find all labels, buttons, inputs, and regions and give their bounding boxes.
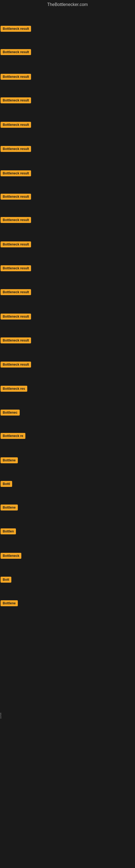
bottleneck-row-14: Bottleneck result: [1, 337, 31, 344]
bottleneck-row-10: Bottleneck result: [1, 241, 31, 248]
bottleneck-row-15: Bottleneck result: [1, 362, 31, 369]
bottleneck-badge-14: Bottleneck result: [1, 337, 31, 343]
bottleneck-row-23: Bottleneck: [1, 553, 21, 560]
bottleneck-badge-8: Bottleneck result: [1, 194, 31, 199]
bottleneck-row-22: Bottlen: [1, 528, 16, 535]
bottleneck-row-19: Bottlene: [1, 457, 18, 464]
bottleneck-row-21: Bottlene: [1, 504, 18, 512]
bottleneck-badge-2: Bottleneck result: [1, 49, 31, 55]
bottleneck-row-7: Bottleneck result: [1, 170, 31, 177]
bottleneck-row-12: Bottleneck result: [1, 289, 31, 296]
bottleneck-row-13: Bottleneck result: [1, 314, 31, 321]
bottleneck-badge-22: Bottlen: [1, 528, 16, 534]
bottleneck-row-5: Bottleneck result: [1, 122, 31, 129]
bottleneck-badge-25: Bottlene: [1, 600, 18, 606]
bottleneck-badge-24: Bott: [1, 577, 11, 583]
bottleneck-row-11: Bottleneck result: [1, 265, 31, 272]
bottleneck-row-18: Bottleneck re: [1, 433, 26, 440]
bottleneck-badge-16: Bottleneck res: [1, 386, 27, 392]
bottleneck-badge-18: Bottleneck re: [1, 433, 26, 439]
bottleneck-badge-23: Bottleneck: [1, 553, 21, 559]
bottleneck-badge-5: Bottleneck result: [1, 122, 31, 128]
bottom-label: Scroll: [0, 713, 2, 719]
bottleneck-row-20: Bottl: [1, 481, 12, 488]
bottleneck-badge-15: Bottleneck result: [1, 362, 31, 368]
bottleneck-row-6: Bottleneck result: [1, 146, 31, 153]
bottleneck-row-2: Bottleneck result: [1, 49, 31, 56]
bottleneck-badge-19: Bottlene: [1, 457, 18, 463]
bottleneck-badge-17: Bottlenec: [1, 410, 20, 415]
bottleneck-row-16: Bottleneck res: [1, 386, 27, 393]
bottleneck-badge-13: Bottleneck result: [1, 314, 31, 319]
bottleneck-badge-6: Bottleneck result: [1, 146, 31, 152]
bottleneck-badge-7: Bottleneck result: [1, 170, 31, 176]
bottleneck-row-25: Bottlene: [1, 600, 18, 607]
bottleneck-row-1: Bottleneck result: [1, 26, 31, 33]
bottleneck-row-17: Bottlenec: [1, 410, 20, 416]
bottleneck-badge-1: Bottleneck result: [1, 26, 31, 32]
bottleneck-badge-3: Bottleneck result: [1, 74, 31, 80]
bottleneck-row-9: Bottleneck result: [1, 217, 31, 224]
bottleneck-badge-4: Bottleneck result: [1, 97, 31, 103]
bottleneck-row-24: Bott: [1, 577, 11, 584]
site-title: TheBottlenecker.com: [0, 0, 135, 10]
bottleneck-badge-21: Bottlene: [1, 504, 18, 510]
bottleneck-row-3: Bottleneck result: [1, 74, 31, 81]
bottleneck-row-4: Bottleneck result: [1, 97, 31, 104]
bottleneck-badge-11: Bottleneck result: [1, 265, 31, 271]
bottleneck-row-8: Bottleneck result: [1, 194, 31, 201]
bottleneck-badge-10: Bottleneck result: [1, 241, 31, 247]
bottleneck-badge-12: Bottleneck result: [1, 289, 31, 295]
bottleneck-badge-9: Bottleneck result: [1, 217, 31, 223]
bottleneck-badge-20: Bottl: [1, 481, 12, 487]
